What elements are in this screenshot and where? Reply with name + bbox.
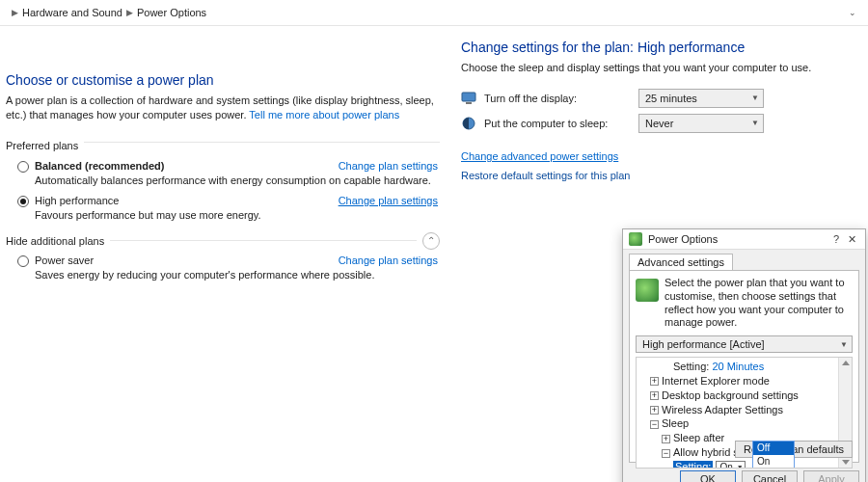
svg-rect-0 <box>462 93 475 101</box>
chevron-right-icon: ▶ <box>12 8 18 17</box>
hybrid-setting-select[interactable]: On ▼ <box>716 461 745 469</box>
plan-desc: Automatically balances performance with … <box>35 174 440 186</box>
dialog-titlebar[interactable]: Power Options ? ✕ <box>623 229 865 250</box>
radio-high-performance[interactable] <box>17 196 29 207</box>
display-icon <box>461 91 476 106</box>
turn-off-display-select[interactable]: 25 minutes ▼ <box>638 89 764 108</box>
radio-power-saver[interactable] <box>17 255 29 267</box>
plan-balanced[interactable]: Balanced (recommended) Change plan setti… <box>6 159 440 186</box>
close-icon[interactable]: ✕ <box>844 233 859 246</box>
plan-desc: Saves energy by reducing your computer's… <box>35 269 440 281</box>
plan-description: A power plan is a collection of hardware… <box>6 94 440 122</box>
tree-wireless[interactable]: +Wireless Adapter Settings <box>650 403 850 417</box>
change-plan-balanced[interactable]: Change plan settings <box>339 160 438 172</box>
cancel-button[interactable]: Cancel <box>742 470 798 482</box>
plan-high-performance[interactable]: High performance Change plan settings Fa… <box>6 194 440 221</box>
radio-balanced[interactable] <box>17 161 29 173</box>
tree-desktop-bg[interactable]: +Desktop background settings <box>650 388 850 403</box>
plan-desc: Favours performance but may use more ene… <box>35 209 440 221</box>
choose-plan-heading: Choose or customise a power plan <box>6 72 440 88</box>
sleep-label: Put the computer to sleep: <box>484 118 638 129</box>
change-advanced-link[interactable]: Change advanced power settings <box>461 150 618 162</box>
plan-name: Balanced (recommended) <box>35 160 164 172</box>
turn-off-display-label: Turn off the display: <box>484 93 638 104</box>
hide-additional-label[interactable]: Hide additional plans <box>6 235 104 247</box>
edit-plan-heading: Change settings for the plan: High perfo… <box>461 40 860 55</box>
dialog-body: Select the power plan that you want to c… <box>629 270 859 463</box>
chevron-right-icon: ▶ <box>126 8 133 17</box>
tree-setting-line: Setting: 20 Minutes <box>673 360 850 374</box>
chevron-down-icon: ▼ <box>751 119 759 127</box>
dialog-title: Power Options <box>648 233 718 245</box>
ok-button[interactable]: OK <box>680 470 736 482</box>
plan-name: High performance <box>35 195 119 206</box>
chevron-down-icon: ▼ <box>751 94 759 102</box>
divider <box>110 240 417 241</box>
help-icon[interactable]: ? <box>828 233 844 245</box>
active-plan-select[interactable]: High performance [Active] ▼ <box>636 335 853 353</box>
dropdown-option-off[interactable]: Off <box>753 442 794 455</box>
restore-defaults-link[interactable]: Restore default settings for this plan <box>461 170 630 181</box>
edit-plan-sub: Choose the sleep and display settings th… <box>461 61 860 75</box>
apply-button[interactable]: Apply <box>803 470 859 482</box>
breadcrumb-level2[interactable]: Power Options <box>137 7 206 18</box>
tree-sleep[interactable]: −Sleep <box>650 416 850 431</box>
tree-setting-value[interactable]: 20 Minutes <box>712 361 764 372</box>
plan-power-saver[interactable]: Power saver Change plan settings Saves e… <box>6 254 440 281</box>
collapse-icon[interactable]: ⌃ <box>422 232 440 250</box>
edit-plan-pane: Change settings for the plan: High perfo… <box>453 26 868 481</box>
power-icon <box>629 232 642 246</box>
plan-name: Power saver <box>35 254 94 266</box>
breadcrumb[interactable]: ▶ Hardware and Sound ▶ Power Options ⌄ <box>0 0 868 26</box>
hybrid-dropdown[interactable]: Off On <box>752 441 795 469</box>
change-plan-power-saver[interactable]: Change plan settings <box>339 254 438 266</box>
divider <box>84 142 440 143</box>
sleep-select[interactable]: Never ▼ <box>638 114 764 133</box>
tell-me-link[interactable]: Tell me more about power plans <box>249 109 399 120</box>
sleep-icon <box>461 116 476 131</box>
choose-plan-pane: Choose or customise a power plan A power… <box>0 26 453 481</box>
dropdown-option-on[interactable]: On <box>753 455 794 469</box>
breadcrumb-level1[interactable]: Hardware and Sound <box>22 7 122 18</box>
change-plan-high-performance[interactable]: Change plan settings <box>339 195 438 206</box>
battery-icon <box>636 279 659 302</box>
tree-ie[interactable]: +Internet Explorer mode <box>650 374 850 388</box>
chevron-down-icon: ▼ <box>840 340 848 349</box>
chevron-down-icon: ▼ <box>737 463 744 469</box>
tab-advanced-settings[interactable]: Advanced settings <box>629 254 733 270</box>
dialog-intro: Select the power plan that you want to c… <box>665 277 853 330</box>
svg-rect-1 <box>466 102 472 104</box>
advanced-power-options-dialog: Power Options ? ✕ Advanced settings Sele… <box>622 228 866 482</box>
breadcrumb-dropdown-icon[interactable]: ⌄ <box>845 6 860 19</box>
preferred-plans-label: Preferred plans <box>6 140 78 151</box>
